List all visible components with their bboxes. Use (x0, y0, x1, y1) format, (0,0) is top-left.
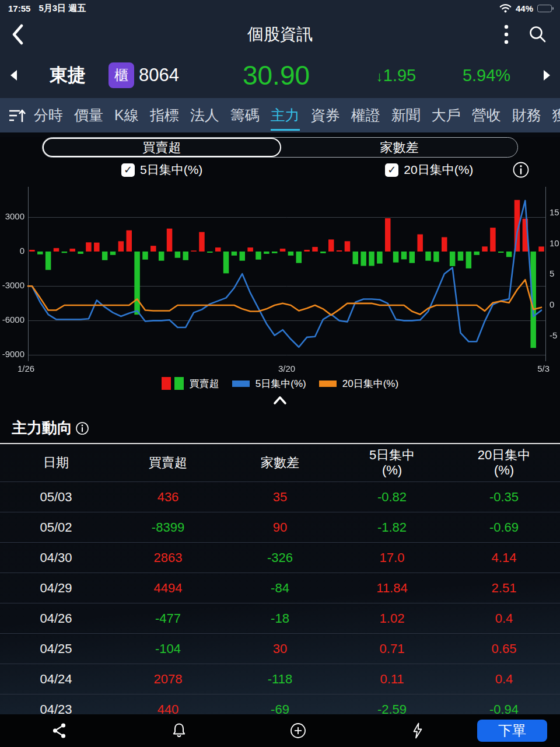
search-icon (528, 25, 547, 44)
table-row: 04/294494-8411.842.51 (0, 573, 560, 603)
tab-sort-button[interactable] (0, 106, 34, 125)
cell-value: 436 (112, 490, 224, 505)
tab-資券[interactable]: 資券 (311, 100, 340, 131)
legend-orange-swatch (319, 381, 337, 387)
cell-value: -118 (224, 672, 336, 687)
section-header: 主力動向 (0, 410, 560, 444)
tab-價量[interactable]: 價量 (74, 100, 103, 131)
main-force-section: 買賣超 家數差 ✓ 5日集中(%) ✓ 20日集中(%) 買賣超 5日集中(%)… (0, 137, 560, 410)
main-force-chart[interactable] (0, 182, 560, 376)
cell-date: 04/25 (0, 641, 112, 657)
kebab-menu-icon (504, 25, 509, 44)
chart-info-button[interactable] (512, 161, 530, 179)
cell-value: 4494 (112, 581, 224, 596)
cell-value: 35 (224, 490, 336, 505)
series-filter-row: ✓ 5日集中(%) ✓ 20日集中(%) (0, 158, 560, 182)
tab-權證[interactable]: 權證 (351, 100, 380, 131)
column-header: 日期 (0, 455, 112, 470)
more-menu-button[interactable] (494, 22, 519, 47)
table-body: 05/0343635-0.82-0.3505/02-839990-1.82-0.… (0, 481, 560, 724)
share-icon (51, 722, 68, 739)
checkbox-20day[interactable]: ✓ 20日集中(%) (385, 162, 473, 178)
wifi-icon (499, 4, 512, 13)
cell-value: 17.0 (336, 550, 448, 566)
checkbox-20day-box: ✓ (385, 163, 398, 177)
add-button[interactable] (239, 722, 358, 739)
battery-percent: 44% (516, 4, 533, 13)
place-order-button[interactable]: 下單 (477, 720, 547, 742)
main-force-table: 日期買賣超家數差5日集中(%)20日集中(%) 05/0343635-0.82-… (0, 444, 560, 724)
tab-法人[interactable]: 法人 (190, 100, 219, 131)
stock-code: 8064 (139, 65, 200, 86)
cell-value: 0.65 (448, 641, 560, 657)
cell-value: -1.82 (336, 520, 448, 535)
status-time: 17:55 (8, 4, 30, 13)
tab-大戶[interactable]: 大戶 (432, 100, 461, 131)
tab-財務[interactable]: 財務 (512, 100, 541, 131)
stock-change-percent: 5.94% (440, 66, 533, 85)
cell-value: 2.51 (448, 581, 560, 596)
lightning-icon (410, 722, 425, 739)
cell-date: 05/02 (0, 520, 112, 535)
cell-value: -8399 (112, 520, 224, 535)
info-icon (512, 161, 530, 179)
search-button[interactable] (525, 22, 551, 47)
checkbox-20day-label: 20日集中(%) (404, 162, 473, 178)
back-button[interactable] (0, 16, 35, 53)
header: 個股資訊 (0, 16, 560, 53)
tab-籌碼[interactable]: 籌碼 (230, 100, 260, 131)
share-button[interactable] (0, 722, 120, 739)
cell-value: 4.14 (448, 550, 560, 566)
chevron-up-icon (271, 395, 289, 406)
cell-value: 2078 (112, 672, 224, 687)
cell-value: 30 (224, 641, 336, 657)
down-arrow-icon: ↓ (376, 68, 383, 84)
tab-K線[interactable]: K線 (114, 100, 139, 131)
quick-trade-button[interactable] (358, 722, 478, 739)
table-header-row: 日期買賣超家數差5日集中(%)20日集中(%) (0, 444, 560, 481)
tab-新聞[interactable]: 新聞 (391, 100, 421, 131)
collapse-chart-button[interactable] (0, 391, 560, 410)
cell-value: -18 (224, 611, 336, 626)
cell-value: 0.71 (336, 641, 448, 657)
status-date: 5月3日 週五 (38, 3, 86, 14)
cell-value: 1.02 (336, 611, 448, 626)
cell-value: -0.82 (336, 490, 448, 505)
cell-value: -84 (224, 581, 336, 596)
column-header: 20日集中(%) (448, 448, 560, 479)
toggle-buy-sell[interactable]: 買賣超 (43, 138, 281, 157)
cell-value: 11.84 (336, 581, 448, 596)
section-title: 主力動向 (12, 418, 72, 438)
cell-value: -0.35 (448, 490, 560, 505)
stock-summary: 東捷 櫃 8064 30.90 ↓1.95 5.94% (0, 53, 560, 98)
back-chevron-icon (11, 24, 24, 45)
legend-red-swatch (162, 377, 171, 390)
cell-value: -104 (112, 641, 224, 657)
tab-主力[interactable]: 主力 (271, 100, 300, 131)
legend-20day-label: 20日集中(%) (342, 377, 398, 390)
prev-stock-button[interactable] (0, 70, 27, 81)
next-stock-button[interactable] (533, 70, 560, 81)
chart-mode-toggle: 買賣超 家數差 (42, 137, 518, 158)
stock-name: 東捷 (27, 63, 108, 88)
cell-value: 0.4 (448, 611, 560, 626)
table-row: 04/242078-1180.110.4 (0, 664, 560, 694)
tab-分時[interactable]: 分時 (34, 100, 63, 131)
plus-circle-icon (289, 722, 307, 739)
table-row: 04/302863-32617.04.14 (0, 542, 560, 573)
tab-指標[interactable]: 指標 (150, 100, 179, 131)
battery-icon (537, 5, 552, 12)
cell-value: -326 (224, 550, 336, 566)
toggle-house-diff[interactable]: 家數差 (281, 138, 517, 157)
section-info-icon[interactable] (75, 421, 89, 435)
table-row: 04/25-104300.710.65 (0, 633, 560, 664)
cell-date: 04/24 (0, 672, 112, 687)
bottom-toolbar: 下單 (0, 714, 560, 747)
cell-date: 04/26 (0, 611, 112, 626)
tab-獲利[interactable]: 獲利 (552, 100, 560, 131)
tab-營收[interactable]: 營收 (472, 100, 501, 131)
checkbox-5day[interactable]: ✓ 5日集中(%) (121, 162, 202, 178)
column-header: 買賣超 (112, 455, 224, 470)
market-badge: 櫃 (108, 62, 134, 88)
alerts-button[interactable] (120, 722, 239, 739)
